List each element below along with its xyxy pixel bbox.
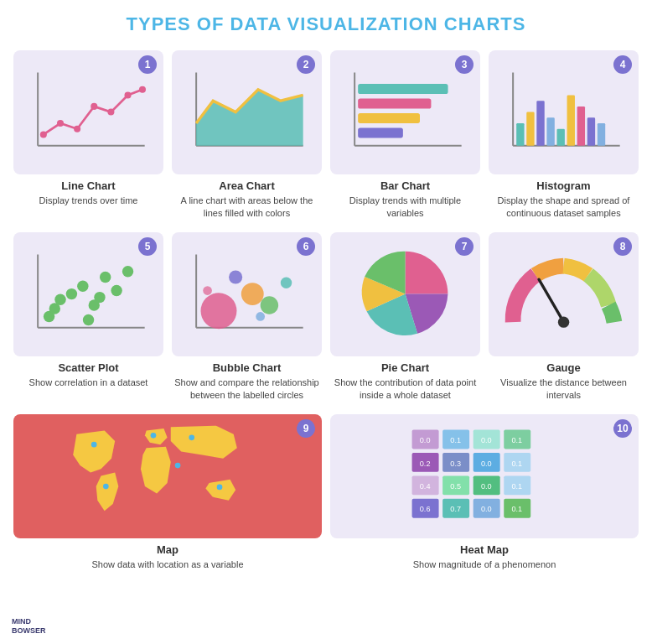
badge-7: 7 bbox=[455, 237, 473, 256]
area-chart-box: 2 bbox=[172, 50, 322, 174]
line-chart-name: Line Chart bbox=[61, 179, 115, 192]
bar-chart-desc: Display trends with multiple variables bbox=[330, 195, 480, 221]
line-chart-box: 1 bbox=[13, 50, 163, 174]
svg-point-48 bbox=[281, 278, 292, 288]
svg-point-34 bbox=[77, 281, 88, 292]
svg-text:0.2: 0.2 bbox=[419, 460, 430, 468]
svg-point-8 bbox=[139, 86, 146, 93]
card-bar-chart: 3 Bar Chart Display trends with multiple… bbox=[330, 50, 480, 221]
svg-rect-16 bbox=[358, 113, 420, 123]
svg-rect-15 bbox=[358, 99, 431, 109]
scatter-box: 5 bbox=[13, 232, 163, 356]
map-desc: Show data with location as a variable bbox=[92, 558, 244, 571]
bubble-name: Bubble Chart bbox=[213, 361, 282, 374]
map-svg bbox=[28, 420, 306, 532]
svg-text:0.0: 0.0 bbox=[480, 436, 491, 444]
histogram-box: 4 bbox=[489, 50, 639, 174]
bar-chart-name: Bar Chart bbox=[380, 179, 430, 192]
svg-point-6 bbox=[107, 109, 114, 116]
svg-point-7 bbox=[124, 92, 131, 99]
map-box: 9 bbox=[13, 414, 322, 538]
svg-text:0.0: 0.0 bbox=[480, 460, 491, 468]
svg-point-37 bbox=[111, 285, 122, 296]
svg-text:0.1: 0.1 bbox=[511, 460, 522, 468]
svg-point-2 bbox=[40, 132, 47, 138]
svg-text:0.0: 0.0 bbox=[480, 506, 491, 514]
svg-text:0.1: 0.1 bbox=[511, 506, 522, 514]
svg-point-54 bbox=[151, 433, 157, 439]
svg-rect-24 bbox=[556, 129, 564, 146]
area-chart-name: Area Chart bbox=[219, 179, 274, 192]
card-bubble: 6 Bubble Chart Show and compare the rela… bbox=[172, 232, 322, 402]
badge-8: 8 bbox=[613, 237, 632, 256]
svg-point-44 bbox=[200, 293, 236, 329]
scatter-svg bbox=[21, 238, 156, 350]
svg-point-39 bbox=[49, 304, 60, 314]
svg-text:0.3: 0.3 bbox=[450, 460, 461, 468]
svg-rect-27 bbox=[587, 118, 595, 147]
gauge-svg bbox=[496, 238, 631, 350]
svg-text:0.0: 0.0 bbox=[480, 482, 491, 491]
svg-text:0.1: 0.1 bbox=[511, 436, 522, 444]
line-chart-svg bbox=[21, 56, 156, 168]
svg-text:0.5: 0.5 bbox=[450, 482, 461, 491]
card-pie: 7 Pie Chart Show the contribution of dat… bbox=[330, 232, 480, 402]
bottom-grid: 9 bbox=[13, 414, 639, 571]
area-chart-desc: A line chart with areas below the lines … bbox=[172, 195, 322, 221]
branding: MINDBOWSER bbox=[12, 617, 46, 636]
svg-point-4 bbox=[74, 126, 80, 132]
card-map: 9 bbox=[13, 414, 322, 571]
histogram-svg bbox=[496, 56, 631, 168]
svg-point-47 bbox=[261, 296, 278, 314]
svg-point-58 bbox=[103, 484, 109, 490]
svg-rect-23 bbox=[546, 118, 554, 147]
map-name: Map bbox=[157, 543, 179, 556]
card-histogram: 4 Histogram Display the shape and spread… bbox=[489, 50, 639, 221]
svg-text:0.0: 0.0 bbox=[419, 436, 430, 444]
svg-rect-22 bbox=[536, 101, 544, 147]
card-line-chart: 1 Line Chart Display trends over time bbox=[13, 50, 163, 221]
svg-point-57 bbox=[217, 485, 223, 491]
svg-point-36 bbox=[100, 272, 111, 283]
badge-5: 5 bbox=[138, 237, 157, 256]
svg-point-41 bbox=[94, 292, 105, 303]
svg-point-49 bbox=[256, 312, 265, 321]
heatmap-desc: Show magnitude of a phenomenon bbox=[413, 558, 556, 571]
svg-point-38 bbox=[122, 266, 133, 277]
pie-desc: Show the contribution of data point insi… bbox=[330, 377, 480, 402]
svg-point-56 bbox=[175, 463, 181, 469]
badge-1: 1 bbox=[138, 55, 157, 74]
card-heatmap: 10 0.0 0.1 0.0 0.1 0.2 0.3 0.0 0.1 bbox=[330, 414, 639, 571]
histogram-desc: Display the shape and spread of continuo… bbox=[489, 195, 639, 221]
svg-rect-21 bbox=[526, 112, 534, 146]
heatmap-name: Heat Map bbox=[460, 543, 509, 556]
svg-point-33 bbox=[66, 288, 77, 299]
area-chart-svg bbox=[179, 56, 314, 168]
scatter-desc: Show correlation in a dataset bbox=[29, 377, 148, 389]
svg-text:0.7: 0.7 bbox=[450, 506, 461, 514]
badge-3: 3 bbox=[455, 55, 473, 74]
svg-point-3 bbox=[57, 120, 64, 127]
svg-point-50 bbox=[203, 286, 212, 295]
svg-text:0.1: 0.1 bbox=[511, 482, 522, 491]
card-gauge: 8 Gauge Visualize the distance between i… bbox=[489, 232, 639, 402]
pie-box: 7 bbox=[330, 232, 480, 356]
bubble-desc: Show and compare the relationship betwee… bbox=[172, 377, 322, 402]
gauge-box: 8 bbox=[489, 232, 639, 356]
pie-svg bbox=[338, 238, 473, 350]
svg-point-46 bbox=[229, 271, 242, 284]
gauge-name: Gauge bbox=[546, 361, 580, 374]
badge-2: 2 bbox=[297, 55, 315, 74]
badge-10: 10 bbox=[613, 419, 632, 438]
histogram-name: Histogram bbox=[536, 179, 590, 192]
svg-point-53 bbox=[91, 442, 97, 448]
scatter-name: Scatter Plot bbox=[58, 361, 118, 374]
svg-point-40 bbox=[83, 314, 94, 325]
badge-6: 6 bbox=[297, 237, 315, 256]
charts-grid: 1 Line Chart Display trends over time bbox=[13, 50, 639, 402]
svg-text:0.4: 0.4 bbox=[419, 482, 430, 491]
svg-text:0.1: 0.1 bbox=[450, 436, 461, 444]
badge-4: 4 bbox=[613, 55, 632, 74]
heatmap-svg: 0.0 0.1 0.0 0.1 0.2 0.3 0.0 0.1 0.4 bbox=[352, 426, 618, 526]
svg-point-45 bbox=[241, 283, 264, 305]
